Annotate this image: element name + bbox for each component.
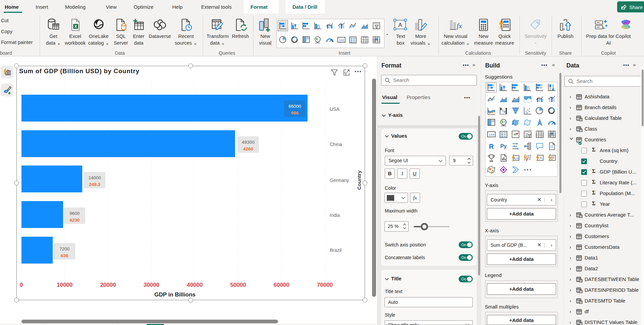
svg-text:123: 123 xyxy=(489,133,494,136)
svg-text:A: A xyxy=(540,156,542,160)
svg-text:R: R xyxy=(489,143,494,150)
svg-text:X: X xyxy=(74,24,77,29)
svg-text:Py: Py xyxy=(500,143,507,149)
svg-text:A: A xyxy=(398,22,402,28)
svg-text:123: 123 xyxy=(339,39,344,42)
svg-text:fx: fx xyxy=(457,21,462,30)
